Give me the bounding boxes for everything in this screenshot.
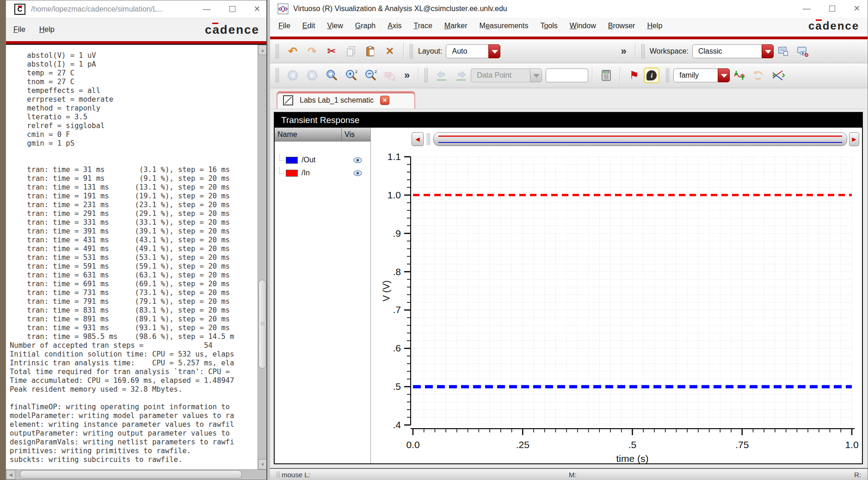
- tab-labs-lab1-schematic[interactable]: Labs Lab_1 schematic ✕: [277, 91, 415, 109]
- log-window-titlebar[interactable]: C /home/lopezmac/cadence/simulation/L...…: [6, 0, 267, 18]
- workspace-label: Workspace:: [650, 47, 689, 55]
- toolbar-grip[interactable]: [425, 68, 428, 83]
- workspace-combobox[interactable]: Classic: [692, 44, 774, 58]
- copy-button[interactable]: [341, 43, 361, 60]
- toolbar-grip[interactable]: [276, 68, 279, 83]
- cadence-logo: cadence: [808, 19, 859, 32]
- reload-plot-button[interactable]: [749, 67, 769, 84]
- minimize-button[interactable]: —: [803, 5, 811, 12]
- vertical-scrollbar-thumb[interactable]: [259, 280, 266, 369]
- status-mouse-left: mouse L:: [282, 471, 310, 479]
- menu-item[interactable]: Help: [647, 22, 662, 30]
- vertical-scrollbar[interactable]: ▲ ▼: [258, 45, 267, 469]
- next-point-button[interactable]: [451, 67, 471, 84]
- scroll-down-button[interactable]: ▼: [258, 459, 267, 469]
- delete-button[interactable]: ✕: [380, 43, 400, 60]
- calculator-button[interactable]: [597, 67, 616, 84]
- family-value: family: [673, 68, 718, 82]
- flag-button[interactable]: ⚑: [624, 67, 644, 84]
- menu-item[interactable]: Measurements: [480, 22, 529, 30]
- cut-button[interactable]: ✂: [322, 43, 341, 60]
- menu-item[interactable]: Graph: [355, 22, 376, 30]
- paste-icon: [364, 45, 376, 57]
- horizontal-scrollbar[interactable]: ◀: [6, 469, 267, 480]
- close-button[interactable]: ✕: [854, 5, 860, 12]
- zoom-waveform-button[interactable]: [380, 67, 400, 84]
- close-button[interactable]: ✕: [254, 5, 260, 13]
- family-combobox[interactable]: family: [673, 68, 730, 82]
- forward-button[interactable]: [302, 67, 322, 84]
- menu-item[interactable]: Browser: [608, 22, 635, 30]
- waveform-plot[interactable]: 1.11.0.9.8.7.6.5.4V (V)0.0.25.5.751.0tim…: [371, 147, 862, 463]
- scroll-left-button[interactable]: ◀: [6, 470, 15, 480]
- slider-grip[interactable]: [427, 133, 430, 145]
- menu-item[interactable]: View: [327, 22, 343, 30]
- eye-icon[interactable]: [353, 157, 362, 163]
- layout-label: Layout:: [418, 47, 442, 55]
- minimize-button[interactable]: —: [203, 5, 211, 13]
- undo-button[interactable]: ↶: [283, 43, 302, 60]
- window-list-button[interactable]: [774, 43, 793, 60]
- slider-left-arrow[interactable]: ◀: [412, 132, 424, 146]
- column-header-vis[interactable]: Vis: [342, 128, 370, 141]
- toolbar-overflow-icon[interactable]: »: [621, 45, 626, 57]
- menu-item[interactable]: Edit: [302, 22, 315, 30]
- log-text: abstol(V) = 1 uV abstol(I) = 1 pA temp =…: [6, 45, 267, 466]
- menu-item[interactable]: File: [278, 22, 290, 30]
- horizontal-scrollbar-thumb[interactable]: [20, 470, 242, 479]
- slider-track[interactable]: [433, 132, 847, 146]
- workspace-visibility-button[interactable]: [793, 43, 813, 60]
- cadence-app-icon: C: [14, 4, 25, 15]
- svg-text:2: 2: [355, 69, 357, 74]
- tab-close-button[interactable]: ✕: [380, 96, 389, 105]
- previous-point-button[interactable]: [432, 67, 451, 84]
- scroll-up-button[interactable]: ▲: [258, 45, 267, 55]
- svg-text:−: −: [368, 70, 371, 77]
- toolbar-overflow-icon[interactable]: »: [404, 69, 410, 81]
- datapoint-combobox: Data Point: [471, 68, 542, 82]
- maximize-button[interactable]: [229, 6, 235, 12]
- virtuoso-titlebar[interactable]: Virtuoso (R) Visualization & Analysis XL…: [270, 0, 868, 18]
- layout-combobox[interactable]: Auto: [446, 44, 500, 58]
- signal-row[interactable]: /Out: [275, 154, 370, 166]
- slider-right-arrow[interactable]: ▶: [849, 132, 859, 146]
- menu-item[interactable]: Axis: [388, 22, 401, 30]
- toolbar-grip[interactable]: [641, 44, 645, 59]
- zoom-fit-button[interactable]: [322, 67, 341, 84]
- virtuoso-window: Virtuoso (R) Visualization & Analysis XL…: [267, 0, 868, 480]
- menu-item[interactable]: Window: [570, 22, 596, 30]
- slider-trace-blue: [438, 142, 842, 143]
- svg-text:.6: .6: [393, 343, 401, 353]
- menu-item[interactable]: File: [13, 25, 25, 34]
- menu-item[interactable]: Tools: [540, 22, 557, 30]
- paste-button[interactable]: [361, 43, 380, 60]
- back-button[interactable]: [283, 67, 302, 84]
- menu-item[interactable]: Trace: [414, 22, 432, 30]
- family-dropdown-arrow-icon[interactable]: [718, 68, 730, 82]
- column-header-name[interactable]: Name: [275, 128, 342, 141]
- maximize-button[interactable]: [829, 6, 835, 12]
- signal-row[interactable]: /In: [275, 166, 370, 179]
- graph-area: Transient Response Name Vis /Out: [270, 109, 868, 468]
- scroll-left-icon: ◀: [9, 472, 12, 477]
- workspace-dropdown-arrow-icon[interactable]: [762, 44, 774, 58]
- layout-dropdown-arrow-icon[interactable]: [488, 44, 500, 58]
- zoom-out-x2-button[interactable]: − 2: [361, 67, 380, 84]
- point-value-field[interactable]: [546, 68, 588, 82]
- zoom-in-x2-icon: + 2: [345, 69, 357, 82]
- menu-item[interactable]: Help: [39, 25, 55, 34]
- info-balloon-toggle[interactable]: i: [644, 68, 659, 83]
- zoom-in-x2-button[interactable]: + 2: [341, 67, 361, 84]
- update-plot-button[interactable]: [730, 67, 749, 84]
- combine-signals-button[interactable]: [769, 67, 788, 84]
- redo-button[interactable]: ↷: [302, 43, 322, 60]
- toolbar-grip[interactable]: [276, 44, 279, 59]
- simulation-log-area[interactable]: abstol(V) = 1 uV abstol(I) = 1 pA temp =…: [6, 44, 267, 469]
- svg-text:1.0: 1.0: [388, 190, 401, 200]
- svg-text:.8: .8: [393, 266, 401, 277]
- toolbar-grip[interactable]: [666, 68, 670, 83]
- toolbar-grip[interactable]: [410, 44, 413, 59]
- datapoint-value: Data Point: [471, 68, 530, 82]
- eye-icon[interactable]: [353, 170, 362, 176]
- menu-item[interactable]: Marker: [444, 22, 468, 30]
